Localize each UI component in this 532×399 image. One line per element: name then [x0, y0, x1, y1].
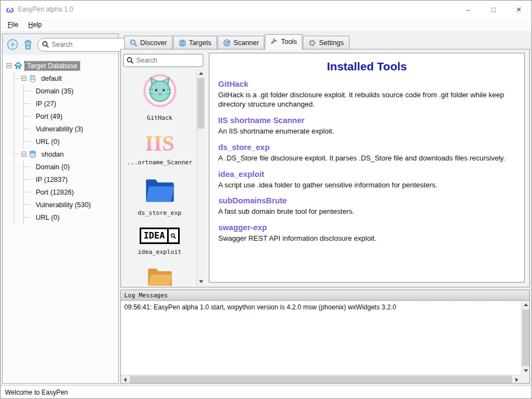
- tool-item-idea-exploit[interactable]: IDEA idea_exploit: [123, 228, 196, 256]
- tool-entry-name[interactable]: GitHack: [218, 80, 516, 88]
- rabbit-icon: [29, 74, 37, 83]
- tree-leaf-label[interactable]: Domain (0): [34, 163, 72, 171]
- tree-item-default[interactable]: default: [39, 74, 64, 83]
- tab-scanner[interactable]: Scanner: [218, 36, 265, 49]
- collapse-icon[interactable]: [21, 76, 26, 81]
- tree-leaf-label[interactable]: Vulnerability (3): [34, 125, 85, 134]
- tool-item-iis-shortname-scanner[interactable]: IIS ...ortname_Scanner: [123, 132, 196, 166]
- tree-row-shodan[interactable]: shodan: [14, 148, 116, 160]
- scroll-down-icon[interactable]: [197, 278, 205, 286]
- tool-entry-name[interactable]: idea_exploit: [218, 170, 516, 179]
- tree-item-port[interactable]: Port (49): [24, 110, 116, 123]
- app-logo-icon: ω: [6, 5, 14, 14]
- tool-list: GitHack IIS ...ortname_Scanner: [123, 69, 204, 286]
- log-vertical-scrollbar[interactable]: [521, 301, 529, 375]
- log-horizontal-scrollbar[interactable]: [121, 375, 521, 383]
- tree-leaf-label[interactable]: Domain (35): [34, 87, 76, 96]
- scroll-left-icon[interactable]: [121, 375, 129, 384]
- tool-item-githack[interactable]: GitHack: [123, 74, 196, 121]
- scroll-down-icon[interactable]: [522, 367, 530, 375]
- scrollbar-corner: [521, 375, 529, 383]
- tree-item-ip[interactable]: IP (12837): [24, 173, 116, 186]
- plus-circle-icon: [7, 38, 19, 51]
- tree-leaf-label[interactable]: Vulnerability (530): [34, 201, 93, 209]
- tool-item-ds-store-exp[interactable]: ds_store_exp: [123, 177, 196, 217]
- tree-item-url[interactable]: URL (0): [24, 135, 116, 148]
- scroll-thumb[interactable]: [130, 376, 512, 383]
- tree-item-vulnerability[interactable]: Vulnerability (3): [24, 123, 116, 135]
- add-target-button[interactable]: [7, 38, 19, 51]
- tree-item-vulnerability[interactable]: Vulnerability (530): [24, 198, 116, 211]
- tool-entry-description: A script use .idea folder to gather sens…: [218, 181, 516, 190]
- sidebar: ✕ Target Database: [2, 34, 119, 384]
- main-area: ✕ Target Database: [1, 32, 531, 384]
- tree-leaves-default: Domain (35) IP (27) Port (49) Vulnerabil…: [23, 85, 116, 148]
- idea-icon: IDEA: [140, 228, 180, 244]
- scroll-thumb[interactable]: [197, 78, 204, 129]
- tree-leaves-shodan: Domain (0) IP (12837) Port (12826) Vulne…: [23, 160, 116, 224]
- scroll-up-icon[interactable]: [197, 69, 205, 77]
- status-text: Welcome to EasyPen: [5, 389, 68, 396]
- tree-item-domain[interactable]: Domain (35): [24, 85, 116, 97]
- tool-list-scrollbar[interactable]: [196, 69, 204, 286]
- tab-discover[interactable]: Discover: [124, 36, 173, 49]
- tab-label: Tools: [281, 38, 297, 46]
- tab-label: Targets: [189, 39, 212, 47]
- tool-entry-ds-store-exp: ds_store_exp A .DS_Store file disclosure…: [218, 143, 516, 163]
- tool-entry-subdomainsbrute: subDomainsBrute A fast sub domain brute …: [218, 196, 516, 217]
- cat-icon: [143, 74, 177, 108]
- wrench-icon: [270, 38, 278, 46]
- maximize-button[interactable]: □: [481, 1, 506, 18]
- installed-tools-title: Installed Tools: [218, 60, 516, 73]
- tool-label: idea_exploit: [123, 248, 196, 256]
- scroll-right-icon[interactable]: [513, 375, 521, 384]
- tree-row-root[interactable]: Target Database: [7, 59, 116, 72]
- right-column: Discover Targets: [120, 34, 530, 384]
- tree-leaf-label[interactable]: URL (0): [34, 213, 62, 222]
- sidebar-toolbar: ✕: [3, 34, 118, 55]
- tree-leaf-label[interactable]: IP (12837): [34, 175, 70, 184]
- tool-entry-description: A fast sub domain brute tool for pentest…: [218, 207, 516, 217]
- tree-branch: default Domain (35) IP (27) Port (49) Vu…: [14, 72, 116, 224]
- menu-help[interactable]: Help: [23, 19, 47, 31]
- tab-label: Settings: [319, 39, 343, 47]
- tool-entry-name[interactable]: IIS shortname Scanner: [218, 116, 516, 125]
- close-button[interactable]: ✕: [506, 1, 531, 18]
- tools-search-input[interactable]: [136, 57, 200, 64]
- tree-leaf-label[interactable]: Port (12826): [34, 188, 76, 197]
- tool-entry-name[interactable]: subDomainsBrute: [218, 196, 516, 205]
- tool-entry-name[interactable]: ds_store_exp: [218, 143, 516, 152]
- tree-item-domain[interactable]: Domain (0): [24, 160, 116, 173]
- search-icon: [42, 41, 49, 48]
- tree-item-shodan[interactable]: shodan: [39, 150, 66, 159]
- tab-targets[interactable]: Targets: [173, 36, 217, 49]
- collapse-icon[interactable]: [7, 63, 12, 68]
- tree-item-target-database[interactable]: Target Database: [25, 62, 80, 70]
- tree-leaf-label[interactable]: IP (27): [34, 99, 58, 108]
- tree-leaf-label[interactable]: Port (49): [34, 112, 65, 121]
- collapse-icon[interactable]: [21, 152, 26, 157]
- menu-file[interactable]: File: [3, 19, 23, 31]
- tool-entry-name[interactable]: swagger-exp: [218, 223, 516, 232]
- shodan-database-icon: [29, 150, 37, 158]
- tool-entry-swagger-exp: swagger-exp Swagger REST API information…: [218, 223, 516, 243]
- tab-tools[interactable]: Tools: [265, 34, 302, 49]
- search-icon: [126, 57, 134, 64]
- scroll-up-icon[interactable]: [522, 301, 530, 309]
- status-bar: Welcome to EasyPen: [1, 385, 531, 398]
- tree-item-ip[interactable]: IP (27): [24, 97, 116, 110]
- tree-leaf-label[interactable]: URL (0): [34, 137, 62, 146]
- window-controls: – □ ✕: [456, 1, 531, 18]
- tool-entry-idea-exploit: idea_exploit A script use .idea folder t…: [218, 170, 516, 190]
- tree-item-port[interactable]: Port (12826): [24, 186, 116, 198]
- tree-row-default[interactable]: default: [14, 72, 116, 85]
- minimize-button[interactable]: –: [456, 1, 481, 18]
- gear-icon: [308, 39, 316, 47]
- tab-settings[interactable]: Settings: [303, 36, 349, 49]
- tool-label: ...ortname_Scanner: [123, 159, 196, 166]
- scroll-thumb[interactable]: [522, 309, 529, 366]
- log-body[interactable]: 09:56:41: EasyPen alpha 1.0 start, wxpyt…: [120, 300, 530, 384]
- tool-item-partial[interactable]: [123, 267, 196, 286]
- tree-item-url[interactable]: URL (0): [24, 211, 116, 224]
- delete-target-button[interactable]: [23, 39, 34, 50]
